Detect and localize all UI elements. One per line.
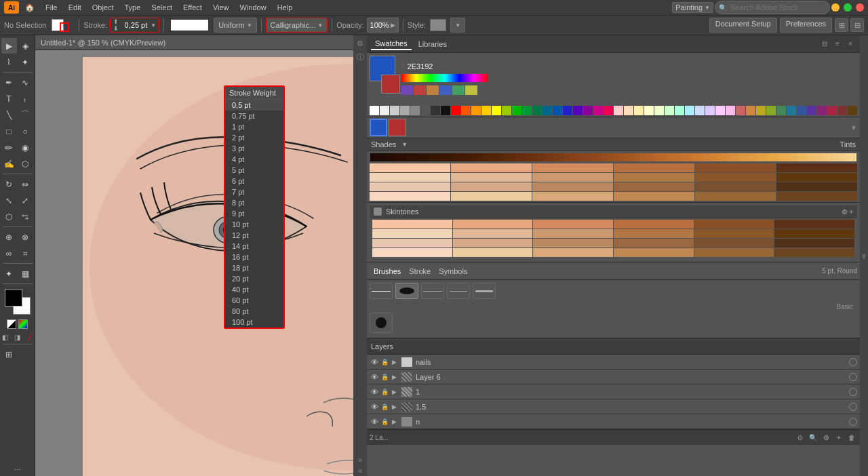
swatch-cell-green[interactable]	[452, 85, 465, 95]
layer-eye-4[interactable]: 👁	[370, 418, 379, 426]
swatch-8[interactable]	[451, 106, 460, 115]
layer-lock-0[interactable]: 🔒	[380, 359, 389, 365]
skintones-settings-icon[interactable]: ⚙	[842, 208, 848, 216]
opacity-expand[interactable]: ▶	[391, 22, 395, 28]
color-mode-icon[interactable]: ◧	[0, 332, 11, 342]
swatch-3[interactable]	[400, 106, 410, 115]
shade-cell-1-3[interactable]	[614, 173, 694, 182]
skintone-cell-2-5[interactable]	[774, 239, 854, 247]
stroke-color-swatch[interactable]	[381, 75, 400, 94]
panel-settings-icon[interactable]: ⚙	[355, 38, 366, 49]
graph-tool[interactable]: ▦	[18, 266, 33, 281]
shades-arrow[interactable]: ▼	[401, 141, 408, 148]
color-select-icon[interactable]: ▼	[850, 124, 857, 132]
arc-tool[interactable]: ⌒	[18, 107, 33, 123]
menu-window[interactable]: Window	[235, 2, 271, 13]
measure-tool[interactable]: ⊗	[18, 229, 33, 245]
swatch-cell-red[interactable]	[414, 85, 426, 95]
line-tool[interactable]: ╲	[1, 107, 17, 123]
swatch-29[interactable]	[665, 106, 674, 115]
width-tool[interactable]: ⥃	[18, 209, 33, 224]
curvature-tool[interactable]: ∿	[18, 75, 33, 90]
menu-file[interactable]: File	[41, 2, 62, 13]
layer-eye-1[interactable]: 👁	[370, 373, 379, 381]
swatch-5[interactable]	[420, 106, 430, 115]
selection-tool[interactable]: ▶	[1, 38, 17, 54]
layer-circle-0[interactable]	[849, 358, 857, 366]
skintone-cell-2-3[interactable]	[614, 239, 694, 247]
skintone-cell-1-2[interactable]	[533, 229, 613, 238]
shade-cell-1-1[interactable]	[451, 173, 532, 182]
swatch-39[interactable]	[766, 106, 776, 115]
layer-arrow-1[interactable]: ▶	[390, 374, 398, 380]
skintone-cell-3-0[interactable]	[372, 248, 452, 257]
libraries-tab[interactable]: Libraries	[414, 39, 451, 49]
shade-cell-0-3[interactable]	[614, 163, 694, 172]
layers-settings-icon[interactable]: ⚙	[821, 432, 831, 443]
warp-tool[interactable]: ⬡	[1, 209, 17, 224]
layers-locate-icon[interactable]: ⊙	[795, 432, 806, 443]
skintone-cell-3-2[interactable]	[533, 248, 613, 257]
brush-dropdown[interactable]: Calligraphic... ▼	[266, 18, 328, 33]
skintone-cell-3-4[interactable]	[694, 248, 774, 257]
gradient-swatch[interactable]	[18, 319, 28, 329]
stroke-weight-dropdown[interactable]: Stroke Weight 0,5 pt0,75 pt1 pt2 pt3 pt4…	[224, 85, 285, 329]
none-swatch[interactable]	[7, 319, 16, 329]
swatch-43[interactable]	[807, 106, 816, 115]
brush-item-oval[interactable]	[395, 283, 418, 299]
color-spectrum-bar[interactable]	[401, 73, 489, 83]
preferences-button[interactable]: Preferences	[780, 18, 832, 33]
skintone-cell-0-3[interactable]	[614, 220, 694, 229]
pen-tool[interactable]: ✒	[1, 75, 17, 90]
skintone-cell-1-5[interactable]	[774, 229, 854, 238]
swatch-46[interactable]	[837, 106, 847, 115]
shade-cell-2-4[interactable]	[695, 182, 776, 191]
menu-help[interactable]: Help	[273, 2, 298, 13]
swatch-16[interactable]	[532, 106, 542, 115]
swatch-33[interactable]	[705, 106, 715, 115]
layer-lock-1[interactable]: 🔒	[380, 374, 389, 380]
swatch-10[interactable]	[471, 106, 481, 115]
panel-collapse-icon[interactable]: «	[355, 465, 366, 476]
canvas[interactable]	[35, 50, 353, 476]
artwork-canvas[interactable]	[83, 57, 353, 476]
skintone-cell-3-1[interactable]	[453, 248, 533, 257]
sw-item-2[interactable]: 1 pt	[225, 121, 283, 132]
swatch-13[interactable]	[502, 106, 511, 115]
layer-row-0[interactable]: 👁 🔒 ▶ nails	[367, 355, 860, 370]
swatch-35[interactable]	[726, 106, 735, 115]
shade-cell-0-2[interactable]	[532, 163, 613, 172]
shade-cell-1-5[interactable]	[776, 173, 857, 182]
doc-setup-button[interactable]: Document Setup	[709, 18, 777, 33]
rect-tool[interactable]: □	[1, 123, 17, 139]
swatch-2[interactable]	[390, 106, 399, 115]
skintone-cell-0-1[interactable]	[453, 220, 533, 229]
skintone-cell-3-5[interactable]	[774, 248, 854, 257]
layers-search-icon[interactable]: 🔍	[808, 432, 818, 443]
swatch-1[interactable]	[380, 106, 389, 115]
style-swatch[interactable]	[430, 19, 446, 31]
skintone-cell-2-2[interactable]	[533, 239, 613, 247]
panel-info-icon[interactable]: ⓘ	[355, 52, 366, 62]
uniform-dropdown[interactable]: Uniform ▼	[214, 18, 256, 33]
sw-item-9[interactable]: 8 pt	[225, 197, 283, 208]
swatch-9[interactable]	[461, 106, 471, 115]
rotate-tool[interactable]: ↻	[1, 176, 17, 192]
artboard-tool[interactable]: ⊞	[1, 346, 17, 362]
stroke-dropdown-arrow[interactable]: ▼	[151, 22, 156, 28]
swatch-45[interactable]	[827, 106, 837, 115]
slice-tool[interactable]: ⌗	[18, 245, 33, 261]
layer-arrow-2[interactable]: ▶	[390, 389, 398, 395]
paintbrush-tool[interactable]: ✏	[1, 140, 17, 155]
swatch-17[interactable]	[542, 106, 552, 115]
shade-cell-3-4[interactable]	[695, 192, 776, 201]
menu-object[interactable]: Object	[87, 2, 119, 13]
layer-arrow-4[interactable]: ▶	[390, 418, 398, 425]
shade-cell-0-0[interactable]	[370, 163, 450, 172]
swatch-32[interactable]	[695, 106, 705, 115]
swatch-27[interactable]	[644, 106, 654, 115]
swatch-21[interactable]	[583, 106, 593, 115]
stroke-up-down[interactable]: ⬆⬇	[113, 18, 120, 32]
swatch-23[interactable]	[604, 106, 613, 115]
stock-search[interactable]: 🔍	[715, 1, 823, 14]
